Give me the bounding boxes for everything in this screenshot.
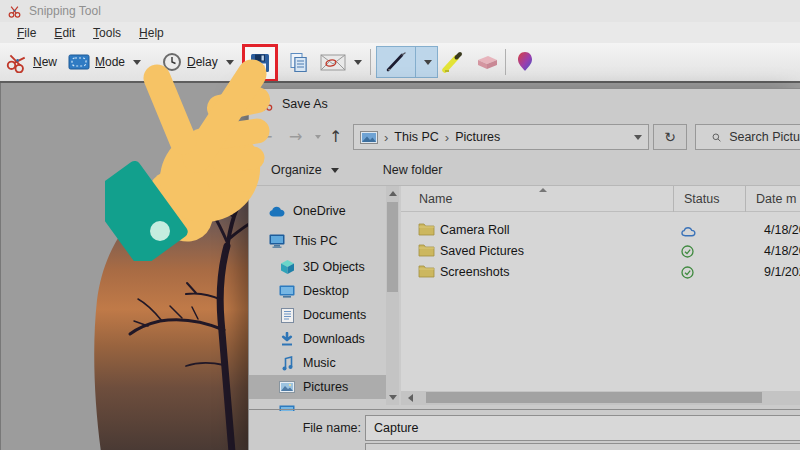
search-box[interactable]: Search Pictu: [695, 124, 800, 150]
scissors-icon: [6, 51, 28, 73]
highlighter-button[interactable]: [436, 46, 470, 78]
toolbar-separator-2: [505, 49, 506, 75]
sidebar-scrollbar[interactable]: [386, 186, 399, 405]
sidebar-item-downloads[interactable]: Downloads: [249, 327, 386, 351]
sidebar-item-3d-objects[interactable]: 3D Objects: [249, 255, 386, 279]
scroll-up-icon[interactable]: [389, 191, 397, 196]
pen-dropdown-arrow: [424, 60, 432, 65]
hscroll-thumb[interactable]: [426, 392, 762, 403]
documents-icon: [279, 307, 295, 323]
command-bar: Organize New folder: [249, 155, 800, 185]
menu-file[interactable]: File: [8, 24, 45, 42]
divider: [249, 409, 800, 410]
file-name-input[interactable]: Capture: [365, 415, 800, 441]
paint3d-button[interactable]: [512, 46, 538, 78]
file-date: 9/1/202: [764, 265, 800, 279]
copy-button[interactable]: [283, 46, 313, 78]
file-row-screenshots[interactable]: Screenshots 9/1/202: [401, 262, 800, 283]
breadcrumb-separator: ›: [445, 130, 449, 145]
dialog-titlebar: Save As: [249, 89, 800, 119]
email-button[interactable]: [316, 46, 366, 78]
breadcrumb-pictures[interactable]: Pictures: [455, 130, 500, 144]
folder-icon: [418, 264, 435, 282]
column-status[interactable]: Status: [684, 192, 719, 206]
menu-help[interactable]: Help: [130, 24, 173, 42]
breadcrumb-separator: ›: [384, 130, 388, 145]
refresh-button[interactable]: ↻: [653, 124, 687, 150]
organize-dropdown-arrow: [331, 168, 339, 173]
address-dropdown-icon[interactable]: [634, 135, 642, 140]
pen-dropdown[interactable]: [415, 47, 437, 77]
scroll-down-icon[interactable]: [389, 395, 397, 400]
back-button[interactable]: ←: [259, 124, 272, 150]
pictures-icon: [279, 379, 295, 395]
menu-edit[interactable]: Edit: [45, 24, 84, 42]
mode-dropdown-arrow[interactable]: [133, 60, 141, 65]
new-folder-label: New folder: [383, 163, 443, 177]
horizontal-scrollbar[interactable]: [401, 391, 800, 405]
sidebar-label: This PC: [293, 234, 337, 248]
file-name: Saved Pictures: [440, 244, 524, 258]
sidebar-label: Pictures: [303, 380, 348, 394]
sidebar-label: OneDrive: [293, 204, 346, 218]
sidebar-item-documents[interactable]: Documents: [249, 303, 386, 327]
sidebar-item-music[interactable]: Music: [249, 351, 386, 375]
window-title: Snipping Tool: [29, 4, 101, 18]
file-date: 4/18/20: [764, 244, 800, 258]
history-chevron-icon[interactable]: [315, 135, 321, 139]
folder-icon: [418, 222, 435, 240]
eraser-icon: [472, 52, 500, 72]
scroll-left-icon[interactable]: [408, 394, 413, 402]
delay-dropdown-arrow[interactable]: [226, 60, 234, 65]
new-button[interactable]: New: [2, 46, 61, 78]
sidebar-item-onedrive[interactable]: OneDrive: [249, 199, 386, 223]
column-name[interactable]: Name: [419, 192, 452, 206]
folder-icon: [418, 243, 435, 261]
new-folder-button[interactable]: New folder: [383, 163, 443, 177]
menu-bar: File Edit Tools Help: [0, 22, 800, 43]
save-button[interactable]: [242, 44, 278, 82]
scroll-thumb[interactable]: [387, 202, 398, 292]
toolbar-separator: [370, 49, 371, 75]
file-row-camera-roll[interactable]: Camera Roll 4/18/20: [401, 220, 800, 241]
sidebar-item-this-pc[interactable]: This PC: [249, 229, 386, 253]
address-bar[interactable]: › This PC › Pictures: [353, 124, 649, 150]
mode-button[interactable]: Mode: [64, 46, 145, 78]
mode-icon: [68, 54, 90, 70]
delay-button[interactable]: Delay: [158, 46, 238, 78]
status-synced-icon: [681, 244, 694, 262]
dialog-scissors-icon: [258, 96, 274, 112]
up-button[interactable]: ↑: [329, 124, 342, 150]
sidebar-item-desktop[interactable]: Desktop: [249, 279, 386, 303]
folder-tree-sidebar: OneDrive This PC 3D Objects Desktop: [249, 186, 401, 411]
dialog-navbar: ← → ↑ › This PC › Pictures ↻: [249, 119, 800, 155]
save-type-select[interactable]: Portable Network Graphic file (PNG): [365, 443, 800, 450]
column-divider[interactable]: [673, 186, 674, 212]
eraser-button[interactable]: [468, 46, 504, 78]
breadcrumb-this-pc[interactable]: This PC: [394, 130, 438, 144]
new-label: New: [33, 55, 57, 69]
forward-button[interactable]: →: [289, 124, 302, 150]
sidebar-item-pictures[interactable]: Pictures: [249, 375, 386, 399]
onedrive-cloud-icon: [269, 203, 285, 219]
organize-button[interactable]: Organize: [271, 163, 339, 177]
column-divider[interactable]: [745, 186, 746, 212]
search-text: Search Pictu: [729, 130, 800, 144]
menu-tools[interactable]: Tools: [84, 24, 130, 42]
organize-label: Organize: [271, 163, 322, 177]
paint3d-balloon-icon: [516, 51, 534, 73]
file-name: Camera Roll: [440, 223, 509, 237]
file-row-saved-pictures[interactable]: Saved Pictures 4/18/20: [401, 241, 800, 262]
email-dropdown-arrow[interactable]: [354, 60, 362, 65]
mode-label: Mode: [95, 55, 125, 69]
search-icon: [712, 131, 721, 144]
toolbar: New Mode Delay: [0, 43, 800, 81]
file-name: Screenshots: [440, 265, 509, 279]
pen-button[interactable]: [377, 47, 415, 77]
delay-label: Delay: [187, 55, 218, 69]
file-name-value: Capture: [374, 421, 418, 435]
column-date-modified[interactable]: Date m: [756, 192, 796, 206]
email-envelope-icon: [320, 52, 346, 72]
save-as-dialog: Save As ← → ↑ › This PC › Pictures ↻: [248, 88, 800, 450]
sidebar-label: Downloads: [303, 332, 365, 346]
